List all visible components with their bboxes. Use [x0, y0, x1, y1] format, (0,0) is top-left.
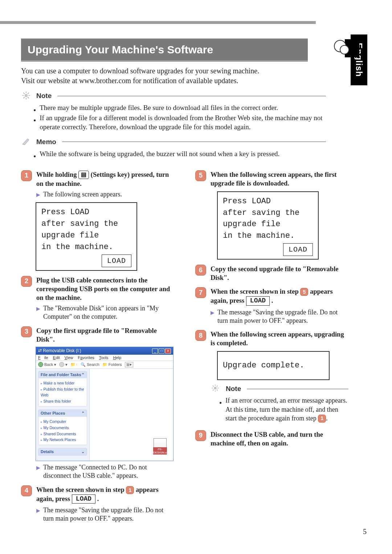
note-item: If an upgrade file for a different model…: [40, 113, 326, 132]
svg-line-6: [28, 97, 29, 98]
note-item: There may be multiple upgrade files. Be …: [40, 103, 278, 113]
views-button: ⊞▾: [125, 362, 133, 367]
rule: [57, 96, 326, 96]
step-ref-icon: 5: [300, 288, 308, 296]
note-label: Note: [226, 385, 241, 393]
tasks-panel: File and Folder Tasks⌃ Make a new folder…: [38, 371, 87, 407]
rule: [247, 389, 348, 389]
explorer-window: ⇄ Removable Disk (I:) _□× File Edit View…: [36, 347, 173, 461]
step-1: 1 While holding ▤ (Settings key) pressed…: [21, 170, 173, 188]
step-7: 7 When the screen shown in step 5 appear…: [195, 287, 348, 306]
step-number-icon: 9: [195, 430, 206, 441]
svg-point-0: [25, 94, 27, 97]
inner-note-block: Note If an error occurred, an error mess…: [211, 384, 348, 423]
right-column: 5 When the following screen appears, the…: [195, 165, 348, 523]
expand-icon: ⌄: [81, 449, 85, 454]
menu-item: File: [38, 355, 48, 360]
memo-item: While the software is being upgraded, th…: [40, 149, 279, 159]
step-ref-icon: 1: [126, 486, 134, 494]
note-label: Note: [36, 92, 52, 100]
collapse-icon: ⌃: [81, 372, 85, 377]
step-3: 3 Copy the first upgrade file to "Remova…: [21, 326, 173, 344]
svg-line-16: [217, 386, 218, 387]
page-number: 5: [363, 527, 367, 536]
memo-block: Memo While the software is being upgrade…: [21, 137, 326, 159]
svg-line-7: [28, 93, 29, 94]
bullet-icon: [33, 149, 36, 159]
lcd-screen: Press LOAD after saving the upgrade file…: [36, 202, 137, 271]
menu-bar: File Edit View Favorites Tools Help: [36, 355, 173, 361]
up-button: 📁↑: [70, 362, 78, 367]
step-text: Copy the first upgrade file to "Removabl…: [36, 326, 173, 344]
step-number-icon: 4: [21, 485, 32, 496]
lcd-line: in the machine.: [41, 241, 131, 253]
left-column: 1 While holding ▤ (Settings key) pressed…: [21, 165, 173, 523]
step-5: 5 When the following screen appears, the…: [195, 170, 348, 188]
pencil-icon: [21, 137, 33, 147]
search-button: 🔍Search: [81, 362, 99, 367]
svg-line-15: [217, 390, 218, 391]
window-titlebar: ⇄ Removable Disk (I:) _□×: [36, 347, 173, 355]
intro-line: You can use a computer to download softw…: [21, 66, 315, 76]
step-text: When the screen shown in step: [211, 288, 300, 295]
step-number-icon: 5: [195, 170, 206, 181]
step-9: 9 Disconnect the USB cable, and turn the…: [195, 430, 348, 448]
arrow-icon: ▶: [211, 310, 215, 327]
places-panel: Other Places⌃ My Computer My Documents S…: [38, 410, 87, 445]
svg-line-14: [213, 386, 214, 387]
lcd-screen: Press LOAD after saving the upgrade file…: [217, 191, 319, 260]
step-text: Plug the USB cable connectors into the c…: [36, 276, 173, 302]
forward-button: ▾: [59, 362, 68, 367]
window-title: ⇄ Removable Disk (I:): [38, 348, 81, 353]
arrow-icon: ▶: [36, 508, 40, 525]
svg-point-9: [214, 387, 216, 389]
close-icon: ×: [165, 349, 171, 354]
rule: [62, 142, 326, 142]
step-sub: The message "Saving the upgrade file. Do…: [43, 506, 173, 523]
step-text: When the screen shown in step: [36, 486, 126, 493]
step-8: 8 When the following screen appears, upg…: [195, 330, 348, 347]
panel-item: My Network Places: [41, 437, 85, 443]
collapse-icon: ⌃: [81, 411, 85, 416]
step-4: 4 When the screen shown in step 1 appear…: [21, 485, 173, 504]
lcd-line: after saving the: [223, 207, 313, 219]
lcd-line: in the machine.: [223, 230, 313, 242]
header-rule: [0, 21, 316, 24]
intro-text: You can use a computer to download softw…: [21, 66, 315, 86]
page-title: Upgrading Your Machine's Software: [21, 38, 308, 60]
settings-key-icon: ▤: [78, 171, 89, 179]
step-text: .: [271, 297, 273, 304]
note-block: Note There may be multiple upgrade files…: [21, 91, 326, 132]
step-sub: The following screen appears.: [43, 190, 122, 199]
memo-label: Memo: [36, 138, 56, 146]
step-number-icon: 2: [21, 276, 32, 287]
lcd-line: Upgrade complete.: [223, 360, 324, 371]
minimize-icon: _: [152, 349, 158, 354]
details-panel: Details⌄: [38, 448, 87, 456]
svg-line-17: [213, 390, 214, 391]
menu-item: Tools: [99, 355, 109, 360]
menu-item: Help: [113, 355, 121, 360]
step-text: While holding: [36, 171, 78, 178]
load-button-inline: LOAD: [246, 296, 270, 305]
load-button-inline: LOAD: [72, 494, 95, 504]
maximize-icon: □: [159, 349, 164, 354]
side-panel: File and Folder Tasks⌃ Make a new folder…: [36, 369, 90, 461]
arrow-icon: ▶: [36, 192, 40, 200]
bullet-icon: [33, 113, 36, 132]
intro-line: Visit our website at www.brother.com for…: [21, 76, 315, 86]
step-number-icon: 3: [21, 326, 32, 337]
step-number-icon: 1: [21, 170, 32, 181]
step-sub: The "Removable Disk" icon appears in "My…: [43, 304, 173, 321]
toolbar: Back ▾ ▾ 📁↑ 🔍Search 📁Folders ⊞▾: [36, 361, 173, 369]
bullet-icon: [219, 396, 222, 423]
panel-title: File and Folder Tasks: [41, 372, 81, 377]
panel-item: My Documents: [41, 425, 85, 431]
menu-item: Edit: [53, 355, 60, 360]
bullet-icon: [33, 103, 36, 113]
panel-item: Share this folder: [41, 398, 85, 404]
back-button: Back ▾: [38, 362, 56, 367]
panel-title: Other Places: [41, 411, 65, 416]
load-button: LOAD: [283, 243, 313, 256]
step-6: 6 Copy the second upgrade file to "Remov…: [195, 265, 348, 282]
